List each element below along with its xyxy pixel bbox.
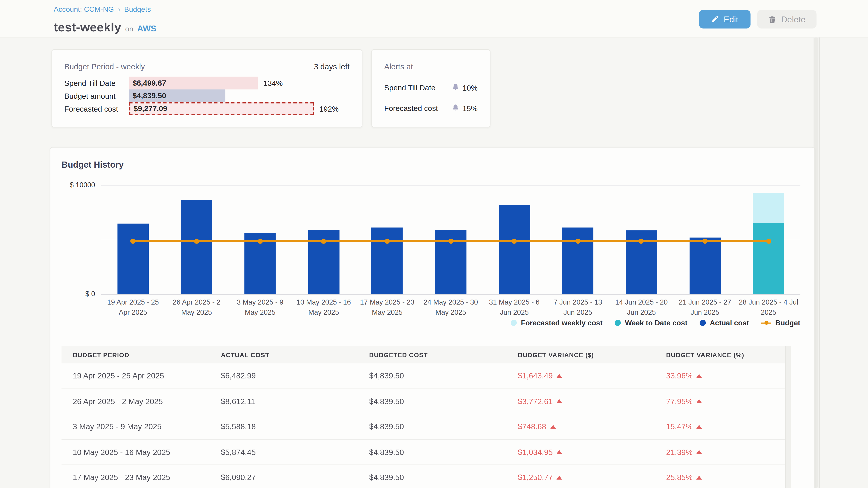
x-axis-category-label: 24 May 2025 - 30 May 2025: [420, 297, 482, 318]
budget-period-row-percent: 192%: [319, 105, 339, 113]
legend-item-actual-cost[interactable]: Actual cost: [700, 319, 749, 327]
triangle-up-icon: [697, 399, 702, 403]
budget-period-row-value: $9,277.09: [130, 105, 167, 113]
page-title: test-weekly: [54, 20, 121, 35]
x-axis-category-label: 21 Jun 2025 - 27 Jun 2025: [674, 297, 736, 318]
x-axis-category-label: 3 May 2025 - 9 May 2025: [229, 297, 291, 318]
bar-actual-cost[interactable]: [499, 205, 530, 294]
table-row[interactable]: 17 May 2025 - 23 May 2025$6,090.27$4,839…: [61, 465, 786, 488]
table-body: 19 Apr 2025 - 25 Apr 2025$6,482.99$4,839…: [61, 363, 786, 488]
alert-percent: 10%: [463, 84, 477, 92]
legend-marker-circle: [615, 320, 621, 326]
legend-item-forecasted-weekly-cost[interactable]: Forecasted weekly cost: [511, 319, 602, 327]
cell-budget-variance-usd: $1,643.49: [518, 371, 666, 380]
budget-period-spend-bar: $6,499.67: [129, 76, 258, 90]
chevron-right-icon: ›: [118, 5, 120, 13]
y-axis-tick-label: $ 0: [54, 290, 95, 298]
legend-item-week-to-date-cost[interactable]: Week to Date cost: [615, 319, 687, 327]
alert-row: Forecasted cost15%: [372, 103, 490, 114]
budget-period-budget-bar: $4,839.50: [129, 90, 225, 102]
chart-legend: Forecasted weekly costWeek to Date costA…: [101, 319, 800, 327]
x-axis-category-label: 17 May 2025 - 23 May 2025: [356, 297, 418, 318]
table-scrollbar[interactable]: [785, 346, 791, 488]
bar-actual-cost[interactable]: [181, 200, 212, 294]
page-title-on: on: [125, 25, 133, 33]
budget-line-point[interactable]: [766, 239, 771, 244]
delete-button[interactable]: Delete: [757, 10, 816, 29]
x-axis-category-label: 31 May 2025 - 6 Jun 2025: [484, 297, 545, 318]
table-row[interactable]: 3 May 2025 - 9 May 2025$5,588.18$4,839.5…: [61, 414, 786, 440]
cell-budgeted-cost: $4,839.50: [369, 448, 518, 457]
cell-budgeted-cost: $4,839.50: [369, 397, 518, 406]
x-axis-category-label: 14 Jun 2025 - 20 Jun 2025: [611, 297, 672, 318]
triangle-up-icon: [550, 425, 556, 429]
cell-budget-period: 19 Apr 2025 - 25 Apr 2025: [73, 371, 221, 380]
cell-budget-variance-pct: 77.95%: [666, 397, 786, 406]
budget-line-point[interactable]: [194, 239, 199, 244]
breadcrumb-account-link[interactable]: Account: CCM-NG: [54, 5, 114, 13]
budget-history-table: BUDGET PERIODACTUAL COSTBUDGETED COSTBUD…: [61, 346, 786, 488]
alerts-card-title: Alerts at: [384, 62, 413, 71]
triangle-up-icon: [697, 425, 702, 429]
triangle-up-icon: [697, 476, 702, 480]
x-axis-category-label: 19 Apr 2025 - 25 Apr 2025: [102, 297, 164, 318]
alert-row-label: Spend Till Date: [384, 84, 436, 92]
budget-line-point[interactable]: [385, 239, 390, 244]
budget-history-title: Budget History: [61, 160, 124, 170]
bell-icon: [452, 104, 459, 113]
alert-row: Spend Till Date10%: [372, 82, 490, 93]
trash-icon: [768, 15, 776, 23]
budget-period-row: Spend Till Date$6,499.67134%: [52, 76, 362, 90]
cell-budget-variance-usd: $1,250.77: [518, 473, 666, 482]
chart-gridline: [101, 185, 800, 186]
cell-budget-period: 10 May 2025 - 16 May 2025: [73, 448, 221, 457]
bar-actual-cost[interactable]: [562, 228, 594, 294]
cell-actual-cost: $8,612.11: [221, 397, 369, 406]
triangle-up-icon: [557, 476, 562, 480]
triangle-up-icon: [697, 374, 702, 378]
legend-item-budget[interactable]: Budget: [761, 319, 800, 327]
budget-period-row-value: $4,839.50: [129, 92, 166, 100]
bar-week-to-date-cost[interactable]: [753, 223, 784, 294]
triangle-up-icon: [557, 450, 562, 454]
title-row: test-weekly on AWS: [54, 20, 156, 35]
budget-line-point[interactable]: [575, 239, 580, 244]
cell-budgeted-cost: $4,839.50: [369, 422, 518, 431]
table-row[interactable]: 26 Apr 2025 - 2 May 2025$8,612.11$4,839.…: [61, 389, 786, 414]
table-row[interactable]: 19 Apr 2025 - 25 Apr 2025$6,482.99$4,839…: [61, 363, 786, 389]
table-column-header: BUDGETED COST: [369, 351, 518, 358]
edit-button[interactable]: Edit: [699, 10, 751, 29]
bar-actual-cost[interactable]: [689, 237, 721, 294]
cell-budgeted-cost: $4,839.50: [369, 371, 518, 380]
triangle-up-icon: [697, 450, 702, 454]
delete-button-label: Delete: [781, 14, 805, 24]
chart-x-axis: [101, 294, 800, 294]
days-left-label: 3 days left: [314, 62, 349, 71]
budget-period-row: Forecasted cost$9,277.09192%: [52, 102, 362, 115]
budget-history-card: Budget History $ 10000$ 019 Apr 2025 - 2…: [50, 147, 815, 488]
breadcrumb-budgets-link[interactable]: Budgets: [124, 5, 151, 13]
budget-period-forecast-bar: $9,277.09: [129, 102, 314, 115]
cell-budget-variance-usd: $748.68: [518, 422, 666, 431]
cell-budget-variance-pct: 33.96%: [666, 371, 786, 380]
cell-budget-period: 26 Apr 2025 - 2 May 2025: [73, 397, 221, 406]
alerts-card: Alerts at Spend Till Date10%Forecasted c…: [371, 49, 491, 127]
x-axis-category-label: 7 Jun 2025 - 13 Jun 2025: [547, 297, 609, 318]
cell-budget-variance-pct: 25.85%: [666, 473, 786, 482]
bar-actual-cost[interactable]: [117, 223, 149, 294]
budget-period-row-label: Spend Till Date: [64, 79, 116, 87]
budget-period-row-label: Forecasted cost: [64, 105, 118, 113]
cell-budget-variance-usd: $1,034.95: [518, 448, 666, 457]
triangle-up-icon: [557, 374, 562, 378]
bell-icon: [452, 84, 459, 92]
x-axis-category-label: 26 Apr 2025 - 2 May 2025: [166, 297, 227, 318]
page-header: Account: CCM-NG › Budgets test-weekly on…: [0, 0, 868, 37]
cell-budget-variance-usd: $3,772.61: [518, 397, 666, 406]
cell-budget-period: 3 May 2025 - 9 May 2025: [73, 422, 221, 431]
cell-budget-variance-pct: 21.39%: [666, 448, 786, 457]
table-row[interactable]: 10 May 2025 - 16 May 2025$5,874.45$4,839…: [61, 440, 786, 465]
legend-label: Week to Date cost: [625, 319, 687, 327]
legend-marker-circle: [700, 320, 706, 326]
cell-budget-period: 17 May 2025 - 23 May 2025: [73, 473, 221, 482]
bar-actual-cost[interactable]: [372, 228, 403, 294]
